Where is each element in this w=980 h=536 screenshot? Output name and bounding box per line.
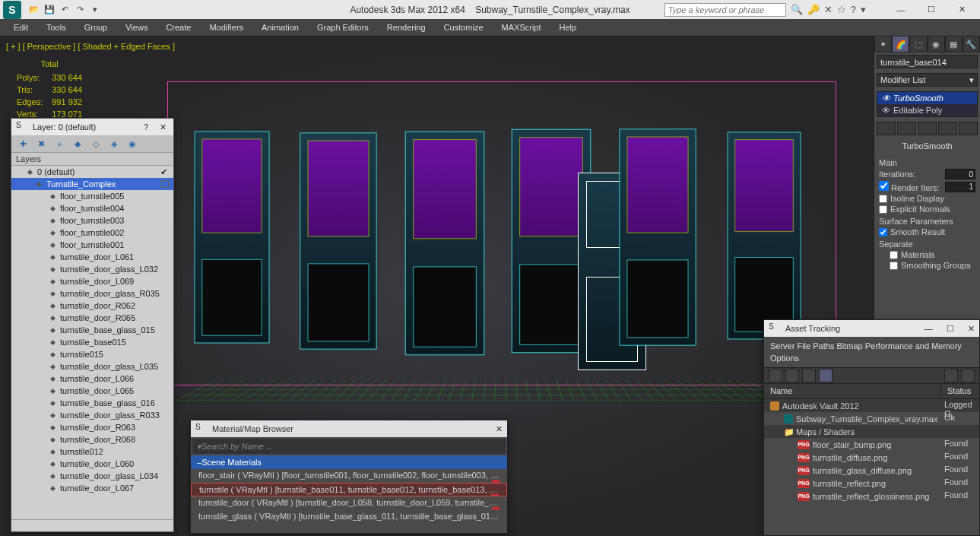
layer-row[interactable]: ◆floor_turnstile005 <box>11 190 173 202</box>
close-icon[interactable]: ✕ <box>968 324 975 334</box>
help-icon[interactable] <box>961 369 975 382</box>
menu-modifiers[interactable]: Modifiers <box>201 21 251 33</box>
highlight-icon[interactable]: ◇ <box>89 137 103 151</box>
asset-row[interactable]: PNGturnstile_reflect_glossiness.pngFound <box>764 490 979 503</box>
material-row[interactable]: turnstile_glass ( VRayMtl ) [turnstile_b… <box>191 510 507 524</box>
show-end-result-button[interactable] <box>897 122 916 135</box>
layer-columns-header[interactable]: Layers <box>11 152 173 166</box>
layer-row[interactable]: ◆floor_turnstile003 <box>11 214 173 227</box>
modifier-editable poly[interactable]: 👁 Editable Poly <box>877 104 977 116</box>
layer-row[interactable]: ◆turnstile_door_L065 <box>11 385 173 397</box>
layer-row[interactable]: ◆turnstile_door_glass_R035 <box>11 287 173 300</box>
layer-hscrollbar[interactable] <box>11 519 173 531</box>
menu-customize[interactable]: Customize <box>436 21 491 33</box>
material-row[interactable]: floor_stair ( VRayMtl ) [floor_turnstile… <box>191 469 507 483</box>
open-icon[interactable]: 📂 <box>27 3 41 17</box>
render-iters-checkbox[interactable] <box>879 181 889 191</box>
remove-modifier-button[interactable] <box>938 122 957 135</box>
close-icon[interactable]: ✕ <box>157 121 169 133</box>
asset-row[interactable]: Subway_Turnstile_Complex_vray.maxOk <box>764 412 979 425</box>
material-row[interactable]: turnstile_door ( VRayMtl ) [turnstile_do… <box>191 496 507 510</box>
layer-row[interactable]: ◆turnstile_door_R062 <box>11 300 173 312</box>
layer-row[interactable]: ◆turnstile_door_R065 <box>11 312 173 324</box>
qat-dropdown-icon[interactable]: ▾ <box>88 3 102 17</box>
smooth-result-checkbox[interactable] <box>879 228 887 236</box>
help-search-input[interactable] <box>664 3 786 17</box>
search-icon[interactable]: 🔍 <box>791 4 803 15</box>
menu-edit[interactable]: Edit <box>6 21 36 33</box>
menu-animation[interactable]: Animation <box>254 21 306 33</box>
modifier-turbosmooth[interactable]: 👁 TurboSmooth <box>877 92 977 104</box>
pin-stack-button[interactable] <box>877 122 896 135</box>
material-list[interactable]: floor_stair ( VRayMtl ) [floor_turnstile… <box>191 469 507 533</box>
menu-tools[interactable]: Tools <box>39 21 74 33</box>
layer-panel-titlebar[interactable]: S Layer: 0 (default) ? ✕ <box>11 119 173 135</box>
menu-maxscript[interactable]: MAXScript <box>494 21 549 33</box>
asset-row[interactable]: PNGturnstile_reflect.pngFound <box>764 477 979 490</box>
minimize-button[interactable]: — <box>886 0 916 19</box>
viewport-label[interactable]: [ + ] [ Perspective ] [ Shaded + Edged F… <box>6 42 175 51</box>
material-search-input[interactable]: ▾ Search by Name ... <box>192 439 506 454</box>
layer-row[interactable]: ◆Turnstile_Complex <box>11 178 173 190</box>
configure-sets-button[interactable] <box>959 122 978 135</box>
help-icon[interactable]: ? <box>851 4 856 15</box>
asset-row[interactable]: 📁Maps / Shaders <box>764 425 979 438</box>
layer-row[interactable]: ◆floor_turnstile004 <box>11 202 173 214</box>
modifier-stack[interactable]: 👁 TurboSmooth👁 Editable Poly <box>877 91 978 117</box>
isoline-checkbox[interactable] <box>879 195 887 203</box>
layer-row[interactable]: ◆turnstile_base_glass_016 <box>11 397 173 409</box>
freeze-icon[interactable]: ◉ <box>125 137 139 151</box>
exchange-icon[interactable]: ✕ <box>824 4 833 15</box>
tab-modify[interactable]: 🌈 <box>892 36 909 52</box>
material-panel-titlebar[interactable]: S Material/Map Browser ✕ <box>191 420 507 437</box>
layer-row[interactable]: ◆0 (default)✔ <box>11 166 173 178</box>
tab-motion[interactable]: ◉ <box>928 36 945 52</box>
asset-list[interactable]: Autodesk Vault 2012Logged OSubway_Turnst… <box>764 399 979 535</box>
asset-row[interactable]: Autodesk Vault 2012Logged O <box>764 399 979 412</box>
layer-row[interactable]: ◆turnstile_door_glass_L035 <box>11 360 173 373</box>
undo-icon[interactable]: ↶ <box>58 3 71 17</box>
layer-row[interactable]: ◆turnstile_door_glass_R033 <box>11 409 173 421</box>
maximize-button[interactable]: ☐ <box>916 0 947 19</box>
options-icon[interactable] <box>944 369 958 382</box>
sep-smoothing-checkbox[interactable] <box>890 262 898 270</box>
render-iters-spinner[interactable] <box>945 182 975 192</box>
close-button[interactable]: ✕ <box>947 0 977 19</box>
layer-row[interactable]: ◆floor_turnstile001 <box>11 239 173 251</box>
menu-graph-editors[interactable]: Graph Editors <box>309 21 376 33</box>
key-icon[interactable]: 🔑 <box>807 4 820 15</box>
asset-columns-header[interactable]: Name Status <box>764 384 979 399</box>
layer-row[interactable]: ◆turnstile015 <box>11 348 173 360</box>
layer-row[interactable]: ◆turnstile_base015 <box>11 336 173 348</box>
refresh-icon[interactable] <box>769 369 782 382</box>
add-to-layer-icon[interactable]: ＋ <box>52 137 66 151</box>
asset-row[interactable]: PNGturnstile_glass_diffuse.pngFound <box>764 464 979 477</box>
col-status[interactable]: Status <box>941 384 979 398</box>
menu-rendering[interactable]: Rendering <box>379 21 433 33</box>
layer-row[interactable]: ◆turnstile_door_L060 <box>11 458 173 470</box>
asset-row[interactable]: PNGturnstile_diffuse.pngFound <box>764 451 979 464</box>
object-name-field[interactable]: turnstile_base014 <box>877 55 978 68</box>
layer-row[interactable]: ◆turnstile_door_glass_L034 <box>11 470 173 482</box>
layer-row[interactable]: ◆turnstile_door_R063 <box>11 421 173 433</box>
app-icon[interactable]: S <box>3 1 21 19</box>
favorite-icon[interactable]: ☆ <box>837 4 846 15</box>
tab-create[interactable]: ✦ <box>874 36 892 52</box>
delete-layer-icon[interactable]: ✖ <box>34 137 48 151</box>
help-dropdown-icon[interactable]: ▾ <box>861 4 866 15</box>
help-icon[interactable]: ? <box>140 121 152 133</box>
layer-list[interactable]: ◆0 (default)✔◆Turnstile_Complex◆floor_tu… <box>11 166 173 519</box>
hide-icon[interactable]: ◈ <box>107 137 121 151</box>
redo-icon[interactable]: ↷ <box>73 3 87 17</box>
tab-display[interactable]: ▦ <box>945 36 963 52</box>
modifier-list-dropdown[interactable]: Modifier List▾ <box>877 73 978 87</box>
col-name[interactable]: Name <box>764 384 941 398</box>
close-icon[interactable]: ✕ <box>496 424 503 434</box>
rollout-header[interactable]: TurboSmooth <box>874 140 980 152</box>
asset-panel-titlebar[interactable]: S Asset Tracking — ☐ ✕ <box>764 320 979 337</box>
layer-row[interactable]: ◆turnstile012 <box>11 446 173 458</box>
make-unique-button[interactable] <box>918 122 937 135</box>
tab-hierarchy[interactable]: ⬚ <box>909 36 927 52</box>
layer-row[interactable]: ◆turnstile_door_L061 <box>11 251 173 263</box>
material-row[interactable]: turnstile ( VRayMtl ) [turnstile_base011… <box>191 483 507 496</box>
